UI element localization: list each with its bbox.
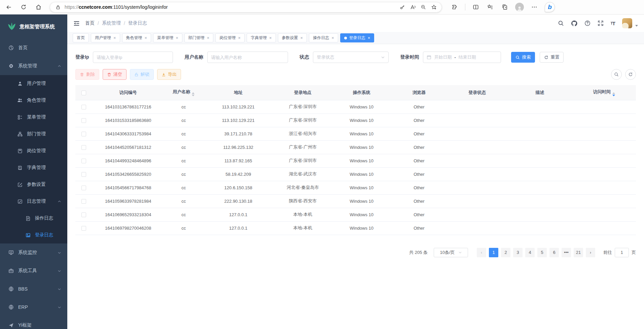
page-button[interactable]: 2 [501,248,510,257]
view-tab[interactable]: 部门管理 × [184,33,214,42]
page-button[interactable]: 3 [513,248,523,257]
table-row[interactable]: 1641044520567181312 cc 112.96.225.132 广东… [75,140,636,154]
close-tab-icon[interactable]: × [176,36,178,40]
table-row[interactable]: 1641054566717984768 cc 120.6.150.158 河北省… [75,181,636,194]
row-checkbox[interactable] [81,172,86,177]
breadcrumb-home[interactable]: 首页 [85,20,95,26]
table-row[interactable]: 1641069798270046208 cc 127.0.0.1 本地-本机 W… [75,221,636,235]
avatar-caret-down-icon[interactable] [635,25,638,27]
sort-carets-icon[interactable] [612,92,615,96]
col-header-visit-time[interactable]: 访问时间 [572,85,636,100]
select-all-checkbox[interactable] [81,91,86,95]
close-tab-icon[interactable]: × [238,36,241,40]
breadcrumb-system[interactable]: 系统管理 [102,20,121,26]
sort-carets-icon[interactable] [192,92,194,96]
search-icon[interactable] [558,20,564,26]
read-aloud-icon[interactable] [409,3,417,11]
sidebar-item-param-settings[interactable]: 参数设置 [0,176,67,193]
row-checkbox[interactable] [81,226,86,231]
table-row[interactable]: 1641031367863177216 cc 113.102.129.221 广… [75,100,636,113]
page-button[interactable]: 6 [549,248,559,257]
view-tab[interactable]: 字典管理 × [247,33,276,42]
sidebar-item-operation-log[interactable]: 操作日志 [0,210,67,227]
sidebar-item-home[interactable]: 首页 [0,39,67,57]
row-checkbox[interactable] [81,145,86,150]
page-button[interactable]: 1 [489,248,498,257]
close-tab-icon[interactable]: × [300,36,303,40]
login-ip-input[interactable] [93,52,173,63]
sidebar-item-system[interactable]: 系统管理 [0,57,67,75]
row-checkbox[interactable] [81,118,86,123]
view-tab[interactable]: 菜单管理 × [153,33,182,42]
password-key-icon[interactable] [399,3,406,11]
close-tab-icon[interactable]: × [207,36,210,40]
row-checkbox[interactable] [81,105,86,109]
export-button[interactable]: 导出 [157,69,181,80]
refresh-icon[interactable] [20,3,28,11]
sidebar-item-dict-mgmt[interactable]: 字典管理 [0,159,67,176]
page-button[interactable]: ••• [562,248,571,257]
page-size-select[interactable]: 10条/页 [434,248,468,257]
view-tab[interactable]: 角色管理 × [122,33,151,42]
view-tab[interactable]: 登录日志 × [340,33,374,42]
address-bar[interactable]: https://ccnetcore.com:1101/system/log/lo… [50,2,442,12]
view-tab[interactable]: 参数设置 × [278,33,307,42]
collections-icon[interactable] [501,3,509,11]
close-tab-icon[interactable]: × [269,36,272,40]
github-icon[interactable] [571,20,577,27]
refresh-table-icon[interactable] [625,69,636,80]
clear-button[interactable]: 清空 [103,69,127,80]
row-checkbox[interactable] [81,186,86,190]
close-tab-icon[interactable]: × [113,36,116,40]
sidebar-item-tools[interactable]: 系统工具 [0,262,67,280]
font-size-icon[interactable]: TT [611,21,615,26]
home-icon[interactable] [34,3,42,11]
app-logo-row[interactable]: 意框架管理系统 [0,14,67,39]
more-options-icon[interactable] [530,3,538,11]
row-checkbox[interactable] [81,199,86,204]
table-row[interactable]: 1641031533185863680 cc 113.102.129.221 广… [75,113,636,127]
help-icon[interactable] [584,20,591,26]
sidebar-item-monitor[interactable]: 系统监控 [0,243,67,262]
extensions-icon[interactable] [451,3,459,11]
bing-chat-icon[interactable]: b [545,2,555,12]
sidebar-item-dept-mgmt[interactable]: 部门管理 [0,126,67,142]
table-row[interactable]: 1641059633978281984 cc 222.90.130.18 陕西省… [75,194,636,208]
close-tab-icon[interactable]: × [368,36,370,40]
row-checkbox[interactable] [81,212,86,217]
col-header-user-name[interactable]: 用户名称 [164,85,203,100]
sidebar-item-bbs[interactable]: BBS [0,280,67,298]
view-tab[interactable]: 首页 [73,33,89,42]
next-page-icon[interactable]: › [586,248,595,257]
zoom-out-icon[interactable] [420,3,427,11]
fullscreen-icon[interactable] [598,20,604,26]
delete-button[interactable]: 删除 [75,69,99,80]
view-tab[interactable]: 岗位管理 × [215,33,245,42]
site-info-lock-icon[interactable] [54,3,62,11]
status-select[interactable]: 登录状态 [313,52,389,63]
favorites-bar-icon[interactable] [486,3,494,11]
table-row[interactable]: 1641043063331753984 cc 39.171.210.78 浙江省… [75,127,636,140]
sidebar-item-log-mgmt[interactable]: 日志管理 [0,193,67,210]
page-button[interactable]: 21 [574,248,583,257]
prev-page-icon[interactable]: ‹ [477,248,486,257]
sidebar-item-post-mgmt[interactable]: 岗位管理 [0,142,67,159]
row-checkbox[interactable] [81,132,86,136]
user-avatar[interactable] [622,18,632,28]
favorite-add-icon[interactable] [430,3,437,11]
sidebar-item-role-mgmt[interactable]: 角色管理 [0,92,67,109]
unlock-button[interactable]: 解锁 [130,69,154,80]
sidebar-item-erp[interactable]: ERP [0,298,67,316]
goto-page-input[interactable] [615,248,629,257]
user-name-input[interactable] [207,52,288,63]
table-row[interactable]: 1641044993248464896 cc 113.87.92.165 广东省… [75,154,636,167]
sidebar-item-yi-framework[interactable]: Yi框架 [0,316,67,329]
browser-profile-avatar[interactable] [515,3,524,11]
sidebar-item-menu-mgmt[interactable]: 菜单管理 [0,109,67,126]
page-button[interactable]: 4 [525,248,535,257]
back-icon[interactable] [5,3,13,11]
page-button[interactable]: 5 [537,248,547,257]
table-row[interactable]: 1641069652933218304 cc 127.0.0.1 本地-本机 W… [75,208,636,221]
reset-button[interactable]: 重置 [540,52,564,63]
date-range-picker[interactable]: 开始日期 - 结束日期 [423,52,501,63]
